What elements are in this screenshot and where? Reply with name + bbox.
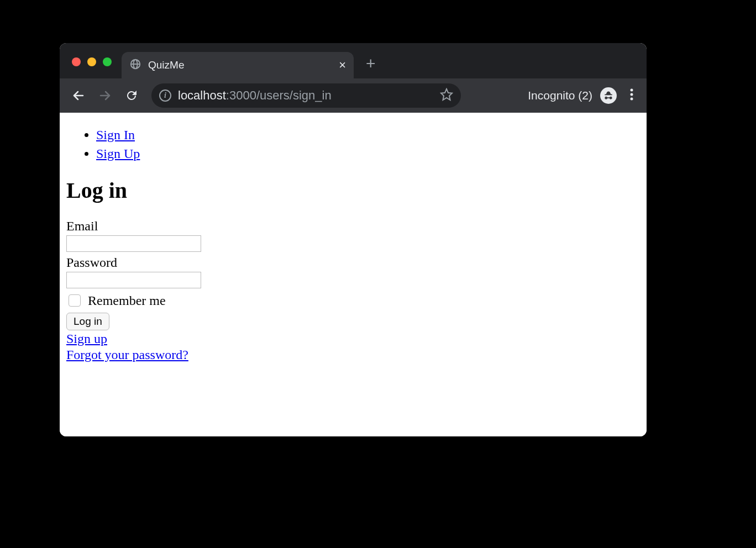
page-content: Sign In Sign Up Log in Email Password Re…: [60, 113, 647, 436]
password-field[interactable]: [66, 272, 201, 288]
browser-window: QuizMe × + i localhost:3000/users/sign_i…: [60, 43, 647, 436]
window-maximize-button[interactable]: [103, 57, 112, 66]
url-display: localhost:3000/users/sign_in: [178, 88, 433, 103]
incognito-label: Incognito (2): [528, 89, 592, 102]
new-tab-button[interactable]: +: [366, 55, 376, 72]
remember-me-label: Remember me: [88, 293, 166, 308]
chrome-toolbar: i localhost:3000/users/sign_in Incognito…: [60, 78, 647, 113]
url-host: localhost: [178, 88, 226, 102]
email-label: Email: [66, 219, 640, 234]
remember-me-checkbox[interactable]: [69, 294, 81, 307]
tabs-area: QuizMe × +: [122, 43, 376, 78]
nav-links-list: Sign In Sign Up: [66, 126, 640, 163]
sign-up-aux-link[interactable]: Sign up: [66, 331, 107, 346]
browser-menu-button[interactable]: [630, 88, 633, 103]
chrome-tab-strip: QuizMe × +: [60, 43, 647, 78]
sign-up-link[interactable]: Sign Up: [96, 146, 140, 161]
svg-point-5: [631, 98, 633, 101]
svg-point-4: [631, 93, 633, 96]
svg-marker-2: [441, 89, 452, 100]
remember-row: Remember me: [66, 293, 640, 308]
site-info-icon[interactable]: i: [159, 89, 171, 102]
page-heading: Log in: [66, 177, 640, 203]
url-path: :3000/users/sign_in: [226, 88, 332, 102]
svg-point-3: [631, 89, 633, 92]
window-controls: [60, 57, 112, 78]
globe-icon: [129, 58, 141, 73]
bookmark-star-icon[interactable]: [440, 88, 453, 103]
password-row: Password: [66, 255, 640, 288]
back-button[interactable]: [67, 85, 90, 107]
window-minimize-button[interactable]: [87, 57, 96, 66]
list-item: Sign Up: [96, 145, 640, 164]
incognito-icon[interactable]: [600, 87, 617, 104]
sign-in-link[interactable]: Sign In: [96, 128, 135, 142]
tab-title: QuizMe: [148, 59, 332, 71]
address-bar[interactable]: i localhost:3000/users/sign_in: [151, 83, 461, 108]
log-in-button[interactable]: Log in: [66, 313, 109, 330]
forgot-password-link[interactable]: Forgot your password?: [66, 347, 188, 362]
browser-tab[interactable]: QuizMe ×: [122, 52, 354, 78]
password-label: Password: [66, 255, 640, 270]
list-item: Sign In: [96, 126, 640, 145]
email-field[interactable]: [66, 235, 201, 252]
reload-button[interactable]: [120, 85, 143, 107]
window-close-button[interactable]: [72, 57, 81, 66]
close-tab-icon[interactable]: ×: [339, 59, 346, 71]
email-row: Email: [66, 219, 640, 252]
forward-button[interactable]: [94, 85, 116, 107]
